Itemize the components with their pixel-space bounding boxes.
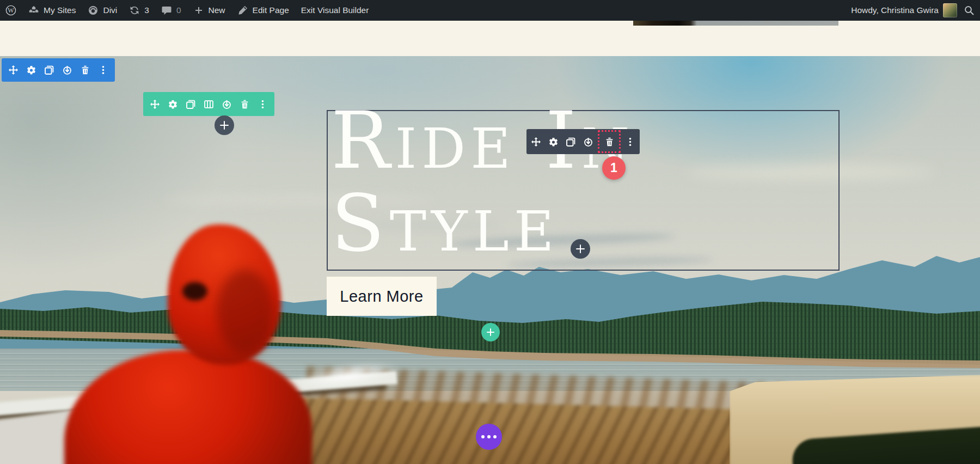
- edit-page-label: Edit Page: [253, 5, 289, 15]
- exit-visual-builder-button[interactable]: Exit Visual Builder: [301, 5, 369, 15]
- new-content-menu[interactable]: New: [193, 5, 225, 16]
- plus-icon: [193, 5, 204, 16]
- delete-icon[interactable]: [240, 100, 249, 109]
- account-menu[interactable]: Howdy, Christina Gwira: [851, 3, 957, 17]
- save-icon[interactable]: [222, 100, 231, 109]
- save-icon[interactable]: [584, 137, 593, 146]
- add-module-button-row[interactable]: [215, 115, 234, 135]
- comments-icon: [161, 5, 172, 16]
- divi-label: Divi: [103, 5, 117, 15]
- options-icon[interactable]: [99, 65, 108, 75]
- search-icon: [964, 5, 975, 16]
- dot-icon: [493, 435, 497, 438]
- duplicate-icon[interactable]: [45, 65, 54, 75]
- page-background-strip: [0, 21, 980, 56]
- add-module-button[interactable]: [571, 239, 590, 259]
- section-toolbar[interactable]: [2, 58, 115, 82]
- dot-icon: [481, 435, 485, 438]
- columns-icon[interactable]: [204, 100, 213, 109]
- comments-count: 0: [176, 5, 181, 15]
- add-row-button[interactable]: [481, 323, 500, 341]
- wordpress-logo-icon: W: [5, 5, 16, 16]
- hood-shadow: [217, 270, 274, 354]
- learn-more-button[interactable]: Learn More: [327, 277, 437, 316]
- previous-section-edge: [633, 21, 838, 26]
- updates-menu[interactable]: 3: [129, 5, 149, 16]
- delete-icon[interactable]: [605, 137, 614, 146]
- duplicate-icon[interactable]: [566, 137, 575, 146]
- my-sites-icon: [28, 5, 39, 16]
- exit-visual-builder-label: Exit Visual Builder: [301, 5, 369, 15]
- wp-admin-bar: W My Sites Divi 3 0 New Edit Page Exit V…: [0, 0, 980, 21]
- move-icon[interactable]: [150, 100, 160, 109]
- face-shadow: [182, 282, 207, 301]
- settings-icon[interactable]: [549, 137, 558, 146]
- delete-icon[interactable]: [81, 65, 90, 75]
- save-icon[interactable]: [63, 65, 72, 75]
- svg-text:W: W: [8, 7, 14, 14]
- howdy-label: Howdy, Christina Gwira: [851, 5, 939, 15]
- notification-badge: 1: [602, 156, 626, 180]
- updates-icon: [129, 5, 140, 16]
- plus-icon: [487, 328, 494, 336]
- my-sites-menu[interactable]: My Sites: [28, 5, 76, 16]
- search-button[interactable]: [964, 5, 975, 16]
- updates-count: 3: [144, 5, 149, 15]
- divi-logo-icon: [88, 5, 99, 16]
- edit-page-button[interactable]: Edit Page: [237, 5, 289, 16]
- highlighted-delete-target[interactable]: [598, 130, 621, 153]
- plus-icon: [220, 121, 229, 130]
- comments-menu[interactable]: 0: [161, 5, 181, 16]
- dot-icon: [487, 435, 491, 438]
- row-toolbar[interactable]: [143, 92, 274, 116]
- new-label: New: [209, 5, 225, 15]
- hero-heading: Ride In Style: [331, 99, 634, 265]
- divi-menu[interactable]: Divi: [88, 5, 117, 16]
- page-settings-button[interactable]: [476, 424, 502, 450]
- move-icon[interactable]: [531, 137, 541, 146]
- my-sites-label: My Sites: [44, 5, 76, 15]
- settings-icon[interactable]: [168, 100, 177, 109]
- divi-visual-builder-screen: W My Sites Divi 3 0 New Edit Page Exit V…: [0, 0, 980, 464]
- avatar: [943, 3, 957, 17]
- settings-icon[interactable]: [27, 65, 36, 75]
- wordpress-menu[interactable]: W: [5, 5, 16, 16]
- options-icon[interactable]: [258, 100, 267, 109]
- pencil-icon: [237, 5, 248, 16]
- plus-icon: [576, 245, 585, 253]
- move-icon[interactable]: [9, 65, 18, 75]
- module-toolbar[interactable]: [526, 129, 640, 154]
- duplicate-icon[interactable]: [186, 100, 195, 109]
- options-icon[interactable]: [626, 137, 635, 146]
